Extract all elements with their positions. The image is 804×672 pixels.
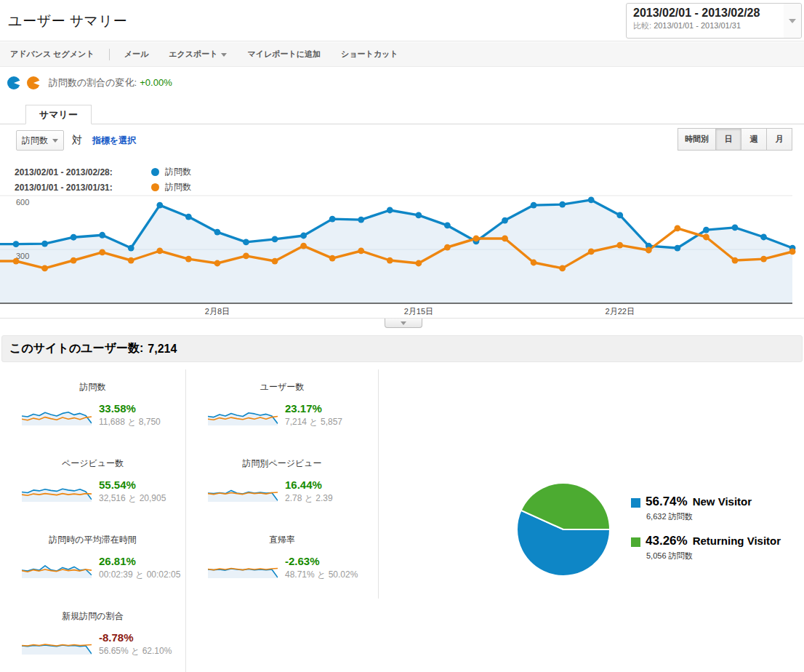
metric-compare-values: 32,516 と 20,905: [99, 492, 166, 505]
granularity-hourly-button[interactable]: 時間別: [678, 128, 716, 151]
chart-controls: 訪問数 対 指標を選択 時間別 日 週 月: [0, 124, 804, 164]
metric-compare-values: 56.65% と 62.10%: [99, 645, 172, 657]
granularity-month-button[interactable]: 月: [766, 128, 792, 151]
metric-cards-grid: 訪問数33.58%11,688 と 8,750ユーザー数23.17%7,214 …: [0, 369, 409, 672]
metric-compare-values: 11,688 と 8,750: [99, 416, 161, 428]
svg-text:600: 600: [16, 198, 29, 207]
metric-select-dropdown[interactable]: 訪問数: [16, 130, 64, 151]
pie-legend-new-visitor: 56.74% New Visitor 6,632 訪問数: [631, 495, 804, 522]
metric-sparkline: [208, 479, 278, 504]
metric-change-value: 33.58%: [99, 402, 161, 415]
orange-dot-icon: [151, 183, 159, 191]
pie-legend: 56.74% New Visitor 6,632 訪問数 43.26% Retu…: [631, 495, 804, 573]
chart-collapse-handle[interactable]: [385, 319, 422, 328]
metric-compare-values: 7,214 と 5,857: [285, 416, 342, 428]
orange-series-pie-icon: [27, 76, 40, 89]
visitor-type-pie-chart[interactable]: [512, 479, 614, 580]
metric-change-value: 16.44%: [285, 479, 333, 491]
metric-sparkline: [22, 556, 92, 580]
report-tab-bar: サマリー: [0, 98, 804, 124]
site-users-summary-bar: このサイトのユーザー数: 7,214: [1, 335, 803, 362]
visits-share-change-value: +0.00%: [140, 77, 172, 88]
metric-card-title: 新規訪問の割合: [0, 610, 185, 623]
report-toolbar: アドバンス セグメント メール エクスポート マイレポートに追加 ショートカット: [0, 42, 804, 67]
report-header: ユーザー サマリー 2013/02/01 - 2013/02/28 比較: 20…: [0, 0, 804, 41]
metric-sparkline: [22, 632, 92, 657]
vs-label: 対: [72, 134, 82, 147]
chevron-down-icon: [52, 139, 58, 143]
visits-share-change-label: 訪問数の割合の変化:: [49, 76, 137, 89]
metric-card-title: ユーザー数: [186, 381, 378, 393]
export-button[interactable]: エクスポート: [169, 49, 227, 60]
metric-card-title: 訪問時の平均滞在時間: [0, 534, 185, 546]
metric-change-value: 26.81%: [99, 555, 180, 567]
metric-card-title: ページビュー数: [0, 457, 185, 470]
metric-change-value: -8.78%: [99, 631, 172, 644]
svg-text:2月22日: 2月22日: [606, 307, 635, 316]
site-users-value: 7,214: [148, 343, 177, 356]
toolbar-divider: [109, 49, 110, 60]
metric-sparkline: [22, 479, 92, 504]
metric-sparkline: [208, 556, 278, 580]
new-visitor-swatch-icon: [631, 498, 640, 508]
pie-legend-returning-visitor: 43.26% Returning Visitor 5,056 訪問数: [631, 534, 804, 561]
page-title: ユーザー サマリー: [8, 12, 127, 31]
returning-visitor-swatch-icon: [631, 537, 640, 547]
metric-card-title: 訪問数: [0, 381, 185, 393]
metric-card-6: 直帰率-2.63%48.71% と 50.02%: [186, 522, 379, 599]
legend-row-current: 2013/02/01 - 2013/02/28: 訪問数: [15, 164, 378, 180]
metric-card-3: ページビュー数55.54%32,516 と 20,905: [0, 446, 186, 522]
email-button[interactable]: メール: [124, 49, 149, 60]
advanced-segments-button[interactable]: アドバンス セグメント: [10, 49, 95, 60]
metric-sparkline: [208, 403, 278, 428]
metric-card-1: 訪問数33.58%11,688 と 8,750: [0, 369, 186, 446]
granularity-day-button[interactable]: 日: [715, 128, 741, 151]
chart-legend: 2013/02/01 - 2013/02/28: 訪問数 2013/01/01 …: [15, 164, 378, 195]
metric-card-title: 直帰率: [186, 534, 378, 546]
tab-summary[interactable]: サマリー: [25, 105, 92, 124]
metric-compare-values: 2.78 と 2.39: [285, 492, 333, 505]
blue-series-pie-icon: [7, 76, 20, 89]
empty-cell: [186, 599, 379, 672]
metric-sparkline: [22, 403, 92, 428]
metric-card-7: 新規訪問の割合-8.78%56.65% と 62.10%: [0, 599, 186, 672]
comparison-legend-strip: 訪問数の割合の変化: +0.00%: [0, 67, 804, 98]
metric-compare-values: 48.71% と 50.02%: [285, 569, 358, 581]
chevron-down-icon: [221, 53, 227, 57]
compare-range-value: 2013/01/01 - 2013/01/31: [654, 21, 741, 30]
granularity-button-group: 時間別 日 週 月: [678, 128, 792, 151]
add-to-dashboard-button[interactable]: マイレポートに追加: [247, 49, 321, 60]
blue-dot-icon: [151, 168, 159, 176]
date-range-value: 2013/02/01 - 2013/02/28: [633, 7, 784, 20]
metric-change-value: 23.17%: [285, 402, 342, 415]
metric-change-value: -2.63%: [285, 555, 358, 567]
svg-text:2月15日: 2月15日: [404, 307, 433, 316]
main-chart-canvas[interactable]: 3006002月8日2月15日2月22日: [0, 192, 804, 319]
date-range-dropdown-arrow[interactable]: [784, 4, 801, 38]
svg-text:2月8日: 2月8日: [205, 307, 230, 316]
metric-change-value: 55.54%: [99, 479, 166, 491]
date-range-selector[interactable]: 2013/02/01 - 2013/02/28 比較: 2013/01/01 -…: [626, 3, 802, 39]
shortcut-button[interactable]: ショートカット: [341, 49, 398, 60]
compare-prefix: 比較:: [633, 21, 651, 30]
metric-card-5: 訪問時の平均滞在時間26.81%00:02:39 と 00:02:05: [0, 522, 186, 599]
site-users-label: このサイトのユーザー数:: [9, 341, 143, 356]
granularity-week-button[interactable]: 週: [741, 128, 767, 151]
metric-card-2: ユーザー数23.17%7,214 と 5,857: [186, 369, 379, 446]
metric-card-4: 訪問別ページビュー16.44%2.78 と 2.39: [186, 446, 379, 522]
metric-card-title: 訪問別ページビュー: [186, 457, 378, 470]
select-metric-link[interactable]: 指標を選択: [92, 135, 136, 147]
metric-compare-values: 00:02:39 と 00:02:05: [99, 569, 180, 581]
chevron-down-icon: [789, 19, 796, 23]
chevron-down-icon: [401, 321, 406, 325]
